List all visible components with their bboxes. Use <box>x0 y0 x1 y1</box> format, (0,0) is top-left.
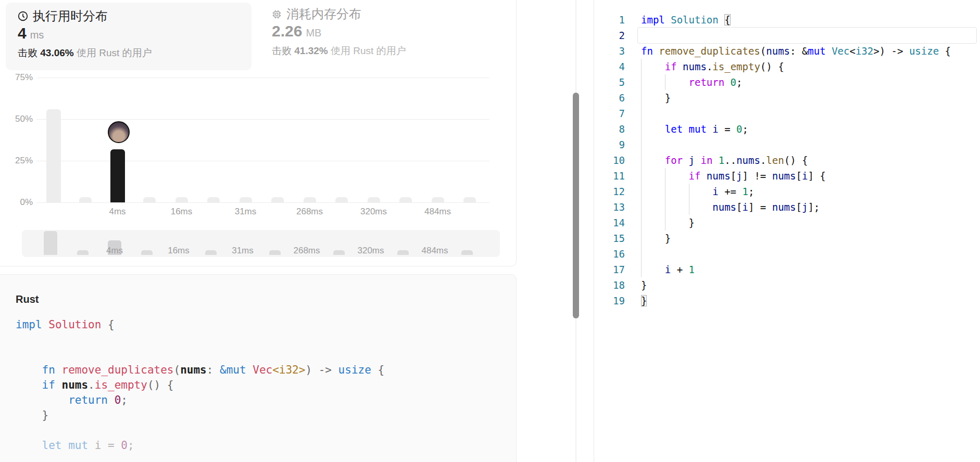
line-number[interactable]: 10 <box>599 152 625 168</box>
code-token: ; <box>736 76 742 88</box>
code-token <box>641 186 712 197</box>
code-token <box>88 439 95 452</box>
chart-bar[interactable] <box>304 197 316 202</box>
runtime-distribution-card: 执行用时分布 4 ms 击败 43.06% 使用 Rust 的用户 <box>0 0 517 266</box>
editor-line[interactable]: } <box>641 277 647 293</box>
code-line: return 0; <box>16 393 128 408</box>
chart-bar[interactable] <box>463 197 476 202</box>
code-token <box>712 155 718 166</box>
editor-line[interactable]: return 0; <box>641 74 743 90</box>
user-runtime-bar[interactable] <box>110 149 125 202</box>
line-number[interactable]: 12 <box>599 184 625 199</box>
line-number[interactable]: 3 <box>599 43 625 59</box>
chart-bar[interactable] <box>432 197 444 202</box>
chart-bar[interactable] <box>271 197 284 202</box>
code-token <box>707 123 712 135</box>
line-number[interactable]: 9 <box>599 137 625 152</box>
code-token: Solution <box>671 14 719 25</box>
editor-line[interactable]: impl Solution { <box>641 12 731 28</box>
code-token: is_empty <box>712 61 760 72</box>
editor-line[interactable]: i += 1; <box>641 184 754 199</box>
editor-line[interactable]: nums[i] = nums[j]; <box>641 199 820 215</box>
line-number[interactable]: 8 <box>599 121 625 137</box>
code-token: remove_duplicates <box>62 364 174 376</box>
chart-bar[interactable] <box>368 197 380 202</box>
editor-line[interactable]: fn remove_duplicates(nums: &mut Vec<i32>… <box>641 43 951 59</box>
chart-bar[interactable] <box>79 197 92 202</box>
x-axis-tick-label: 268ms <box>286 207 333 217</box>
code-token: . <box>760 155 766 166</box>
code-token: nums <box>707 170 731 182</box>
code-token <box>826 45 832 57</box>
line-number[interactable]: 6 <box>599 90 625 106</box>
line-number[interactable]: 16 <box>599 246 625 262</box>
chart-bar[interactable] <box>399 197 412 202</box>
code-token <box>16 364 42 376</box>
editor-line[interactable]: } <box>641 293 647 309</box>
indent-guide <box>665 74 665 90</box>
code-token <box>683 123 688 135</box>
code-token: } <box>641 217 695 228</box>
code-token: nums <box>62 379 89 391</box>
editor-line[interactable]: let mut i = 0; <box>641 121 748 137</box>
code-token: nums <box>712 201 736 213</box>
chart-bar[interactable] <box>175 197 188 202</box>
code-token: ; <box>748 186 754 197</box>
code-token <box>641 155 665 166</box>
editor-line[interactable]: for j in 1..nums.len() { <box>641 152 808 168</box>
editor-line[interactable]: } <box>641 215 695 230</box>
code-token: fn <box>641 45 653 57</box>
chart-bar[interactable] <box>143 197 156 202</box>
code-token: 0 <box>731 76 736 88</box>
editor-line[interactable]: } <box>641 230 671 246</box>
code-token <box>700 170 706 182</box>
code-token: ]; <box>808 201 820 213</box>
code-token: } <box>641 279 647 291</box>
code-token: = <box>101 439 121 452</box>
code-token: Vec <box>253 364 272 376</box>
code-token: [ <box>796 201 801 213</box>
line-number[interactable]: 1 <box>599 12 625 28</box>
line-number[interactable]: 4 <box>599 59 625 74</box>
chart-bar[interactable] <box>46 109 61 202</box>
indent-guide <box>665 168 665 230</box>
code-token: () { <box>760 61 784 72</box>
editor-line[interactable]: i + 1 <box>641 262 695 277</box>
indent-guide <box>689 184 689 215</box>
code-token: len <box>766 155 784 166</box>
chart-bar[interactable] <box>207 197 220 202</box>
line-number[interactable]: 18 <box>599 277 625 293</box>
code-token: : <box>207 364 220 376</box>
editor-line[interactable]: if nums.is_empty() { <box>641 59 784 74</box>
y-axis-tick-label: 25% <box>1 156 33 166</box>
code-token <box>677 61 683 72</box>
current-line-highlight <box>637 27 977 44</box>
line-number[interactable]: 5 <box>599 74 625 90</box>
code-token: } <box>641 92 671 104</box>
code-token: mut <box>808 45 825 57</box>
chart-brush[interactable]: 4ms16ms31ms268ms320ms484ms <box>22 230 500 257</box>
editor-left-border <box>594 0 594 462</box>
line-number[interactable]: 17 <box>599 262 625 277</box>
code-token: ] { <box>808 170 825 182</box>
line-number[interactable]: 7 <box>599 106 625 121</box>
code-token: + <box>671 264 688 275</box>
chart-bar[interactable] <box>335 197 348 202</box>
editor-line[interactable]: if nums[j] != nums[i] { <box>641 168 826 184</box>
chart-bar[interactable] <box>240 197 252 202</box>
code-token: ( <box>760 45 766 57</box>
code-token: [ <box>736 201 742 213</box>
line-number[interactable]: 2 <box>599 28 625 43</box>
code-token: ] != <box>743 170 772 182</box>
code-token: nums <box>766 45 790 57</box>
line-number[interactable]: 15 <box>599 230 625 246</box>
line-number[interactable]: 19 <box>599 293 625 309</box>
scrollbar-thumb[interactable] <box>573 93 579 318</box>
editor-line[interactable]: } <box>641 90 671 106</box>
code-token: i <box>712 186 718 197</box>
submission-detail-page: 执行用时分布 4 ms 击败 43.06% 使用 Rust 的用户 <box>0 0 980 462</box>
line-number[interactable]: 11 <box>599 168 625 184</box>
line-number[interactable]: 14 <box>599 215 625 230</box>
code-token: mut <box>68 439 88 452</box>
line-number[interactable]: 13 <box>599 199 625 215</box>
